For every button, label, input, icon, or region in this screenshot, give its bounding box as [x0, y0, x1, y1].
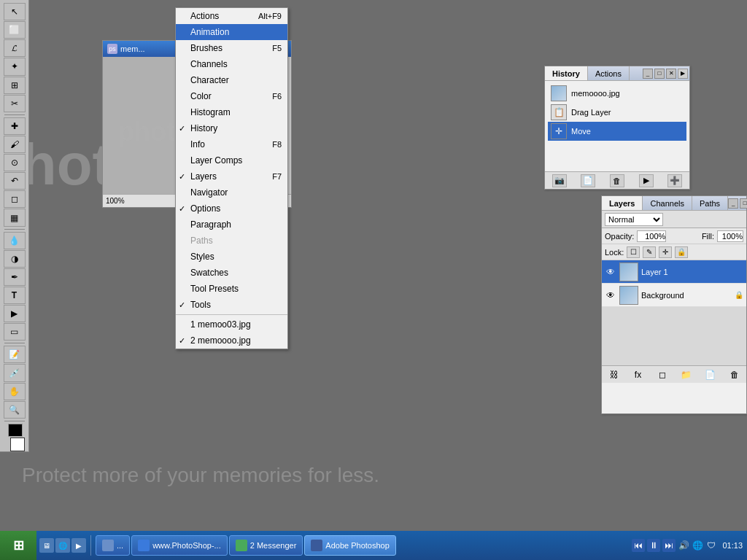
lock-position-button[interactable]: ✛: [659, 246, 672, 258]
layers-btn-mask[interactable]: ◻: [655, 368, 670, 381]
antivirus-icon[interactable]: 🛡: [705, 540, 717, 551]
history-icon-drag: 📋: [551, 104, 567, 120]
tool-healing[interactable]: ✚: [4, 117, 26, 135]
menu-item-navigator[interactable]: Navigator: [176, 184, 287, 201]
tool-path-select[interactable]: ▶: [4, 305, 26, 322]
tool-slice[interactable]: ✂: [4, 95, 26, 112]
layers-btn-fx[interactable]: fx: [631, 368, 646, 381]
menu-item-brushes[interactable]: Brushes F5: [176, 40, 287, 56]
ie-icon[interactable]: 🌐: [55, 538, 70, 553]
tool-move[interactable]: ↖: [4, 3, 26, 20]
tool-blur[interactable]: 💧: [4, 232, 26, 249]
tool-magic-wand[interactable]: ✦: [4, 58, 26, 75]
menu-item-histogram[interactable]: Histogram: [176, 104, 287, 120]
taskbar-unknown-icon: [102, 540, 114, 551]
tool-history-brush[interactable]: ↶: [4, 172, 26, 190]
tool-eraser[interactable]: ◻: [4, 190, 26, 208]
menu-item-layers[interactable]: ✓ Layers F7: [176, 168, 287, 184]
panel-close-button[interactable]: ✕: [666, 69, 676, 79]
lock-transparent-button[interactable]: ☐: [627, 246, 640, 258]
layers-btn-new[interactable]: 📄: [703, 368, 718, 381]
tool-eyedropper[interactable]: 💉: [4, 364, 26, 381]
layer1-eye-icon[interactable]: 👁: [605, 266, 616, 278]
panel-maximize-button[interactable]: □: [654, 69, 665, 79]
background-eye-icon[interactable]: 👁: [605, 289, 616, 301]
tool-marquee[interactable]: ⬜: [4, 21, 26, 39]
tab-history[interactable]: History: [545, 66, 588, 80]
menu-item-channels[interactable]: Channels: [176, 56, 287, 72]
tab-channels[interactable]: Channels: [643, 196, 692, 210]
layers-btn-trash[interactable]: 🗑: [727, 368, 742, 381]
menu-item-layer-comps[interactable]: Layer Comps: [176, 152, 287, 168]
tool-lasso[interactable]: 𝓛: [4, 39, 26, 57]
taskbar-stop-btn[interactable]: ⏭: [662, 539, 676, 552]
menu-item-styles[interactable]: Styles: [176, 249, 287, 265]
lock-image-button[interactable]: ✎: [643, 246, 656, 258]
tool-shape[interactable]: ▭: [4, 323, 26, 341]
tool-brush[interactable]: 🖌: [4, 136, 26, 153]
menu-item-character[interactable]: Character: [176, 72, 287, 88]
tab-history-label: History: [552, 69, 580, 78]
taskbar-btn-unknown[interactable]: ...: [96, 535, 130, 556]
tool-notes[interactable]: 📝: [4, 346, 26, 363]
blend-mode-select[interactable]: Normal: [605, 213, 663, 226]
menu-item-options[interactable]: ✓ Options: [176, 201, 287, 217]
menu-item-paragraph[interactable]: Paragraph: [176, 217, 287, 233]
taskbar-media-btn[interactable]: ⏮: [632, 539, 645, 552]
menu-item-animation[interactable]: Animation: [176, 24, 287, 40]
history-item-file[interactable]: memoooo.jpg: [548, 84, 686, 103]
layers-btn-group[interactable]: 📁: [679, 368, 694, 381]
menu-item-actions[interactable]: Actions Alt+F9: [176, 8, 287, 24]
panel-menu-button[interactable]: ▶: [678, 69, 688, 79]
tool-pen[interactable]: ✒: [4, 268, 26, 286]
menu-item-tools[interactable]: ✓ Tools: [176, 297, 287, 313]
taskbar-play-btn[interactable]: ⏸: [647, 539, 660, 552]
menu-item-info[interactable]: Info F8: [176, 136, 287, 152]
tab-actions[interactable]: Actions: [588, 66, 630, 80]
taskbar-btn-messenger[interactable]: 2 Messenger: [229, 535, 303, 556]
tool-hand[interactable]: ✋: [4, 383, 26, 400]
history-item-move[interactable]: ✛ Move: [548, 122, 686, 141]
layer1-thumb: [619, 262, 638, 281]
menu-item-paths[interactable]: Paths: [176, 233, 287, 249]
tab-paths[interactable]: Paths: [692, 196, 728, 210]
layer-item-background[interactable]: 👁 Background 🔒: [602, 284, 746, 307]
menu-item-swatches[interactable]: Swatches: [176, 265, 287, 281]
layers-btn-link[interactable]: ⛓: [607, 368, 622, 381]
network-icon[interactable]: 🌐: [692, 540, 703, 551]
tool-dodge[interactable]: ◑: [4, 250, 26, 268]
menu-item-recent-2[interactable]: ✓ 2 memoooo.jpg: [176, 332, 287, 349]
taskbar-btn-photoshop[interactable]: Adobe Photoshop: [304, 535, 395, 556]
history-item-drag[interactable]: 📋 Drag Layer: [548, 103, 686, 122]
lock-label: Lock:: [605, 248, 624, 257]
history-btn-new-doc[interactable]: 📄: [581, 174, 595, 187]
show-desktop-icon[interactable]: 🖥: [39, 538, 54, 553]
fill-input[interactable]: [717, 230, 743, 242]
menu-item-history[interactable]: ✓ History: [176, 120, 287, 136]
layers-minimize-button[interactable]: _: [728, 198, 738, 209]
history-btn-snapshot[interactable]: 📷: [552, 174, 567, 187]
background-color[interactable]: [10, 438, 25, 451]
start-button[interactable]: ⊞: [0, 531, 36, 560]
lock-all-button[interactable]: 🔒: [675, 246, 688, 258]
tool-crop[interactable]: ⊞: [4, 77, 26, 94]
menu-item-color[interactable]: Color F6: [176, 88, 287, 104]
windows-media-icon[interactable]: ▶: [71, 538, 86, 553]
tool-gradient[interactable]: ▦: [4, 209, 26, 226]
menu-item-tool-presets[interactable]: Tool Presets: [176, 281, 287, 297]
volume-icon[interactable]: 🔊: [678, 540, 689, 551]
tab-layers[interactable]: Layers: [602, 196, 643, 210]
history-btn-plus[interactable]: ➕: [667, 174, 682, 187]
tool-type[interactable]: T: [4, 287, 26, 304]
panel-minimize-button[interactable]: _: [643, 69, 653, 79]
history-btn-forward[interactable]: ▶: [639, 174, 654, 187]
history-btn-trash[interactable]: 🗑: [610, 174, 624, 187]
taskbar-btn-internet[interactable]: www.PhotoShop-...: [131, 535, 228, 556]
layers-maximize-button[interactable]: □: [740, 198, 747, 209]
foreground-color[interactable]: [8, 424, 23, 438]
layer-item-layer1[interactable]: 👁 Layer 1: [602, 260, 746, 284]
opacity-input[interactable]: [637, 230, 666, 242]
menu-item-recent-1[interactable]: 1 memoo03.jpg: [176, 316, 287, 332]
tool-zoom[interactable]: 🔍: [4, 401, 26, 419]
tool-clone[interactable]: ⊙: [4, 154, 26, 171]
